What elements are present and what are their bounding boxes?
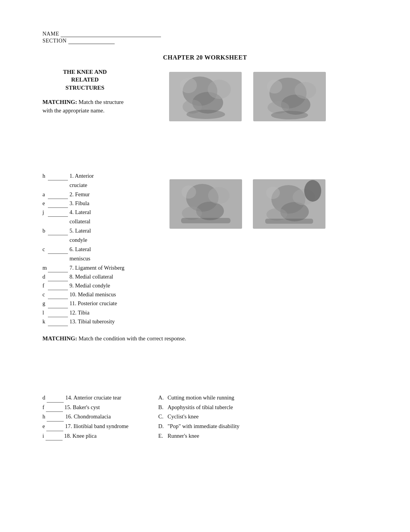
svg-point-13 (267, 80, 282, 93)
list-item: E. Runner's knee (158, 431, 368, 441)
resp-text: Apophysitis of tibial tubercle (168, 403, 233, 412)
resp-letter: B. (158, 403, 166, 412)
left-column: THE KNEE AND RELATED STRUCTURES MATCHING… (42, 68, 127, 115)
list-item: b 5. Lateral (42, 226, 127, 235)
cond-letter: h (42, 412, 45, 422)
resp-letter: E. (158, 431, 166, 441)
cond-text: 15. Baker's cyst (64, 403, 100, 412)
middle-images (127, 172, 368, 229)
section-label: SECTION (42, 38, 67, 44)
list-item: h 1. Anterior (42, 172, 127, 180)
middle-section: h 1. Anterior cruciate a 2. Femur e 3. F… (42, 172, 368, 326)
section-line: SECTION (42, 38, 368, 44)
name-line: NAME (42, 31, 368, 37)
knee-svg-1 (169, 72, 242, 121)
svg-point-17 (182, 207, 202, 220)
resp-text: Cutting motion while running (168, 393, 234, 403)
resp-text: Runner's knee (168, 431, 199, 441)
knee-svg-3 (169, 179, 242, 229)
svg-point-28 (304, 180, 321, 202)
cond-letter: i (42, 431, 44, 441)
list-item: f 9. Medial condyle (42, 281, 127, 290)
matching-desc: MATCHING: Match the structure with the a… (42, 98, 127, 115)
resp-letter: C. (158, 412, 166, 422)
list-item: l 12. Tibia (42, 308, 127, 317)
list-item: C. Cyclist's knee (158, 412, 368, 422)
name-label: NAME (42, 31, 59, 37)
cond-text: 17. Iliotibial band syndrome (65, 422, 128, 431)
top-images (127, 68, 368, 121)
knee-svg-2 (253, 72, 326, 121)
matching2-label: MATCHING: (42, 335, 77, 342)
cond-letter: e (42, 422, 45, 431)
list-item: h 16. Chondromalacia (42, 412, 143, 422)
page: NAME SECTION CHAPTER 20 WORKSHEET THE KN… (0, 0, 410, 532)
list-item-continuation: collateral (42, 217, 127, 226)
name-underline (61, 31, 161, 37)
svg-point-12 (271, 111, 308, 119)
resp-text: "Pop" with immediate disability (168, 422, 239, 431)
svg-point-5 (186, 110, 225, 119)
conditions-column: d 14. Anterior cruciate tear f 15. Baker… (42, 393, 143, 440)
list-item-continuation: condyle (42, 235, 127, 245)
list-item: A. Cutting motion while running (158, 393, 368, 403)
list-item: g 11. Posterior cruciate (42, 299, 127, 308)
resp-letter: A. (158, 393, 166, 403)
svg-point-4 (208, 80, 231, 99)
list-item: e 3. Fibula (42, 199, 127, 208)
section-title: THE KNEE AND RELATED STRUCTURES (42, 68, 127, 92)
svg-rect-26 (265, 219, 313, 224)
svg-point-27 (266, 187, 280, 199)
svg-point-20 (181, 185, 196, 199)
chapter-title: CHAPTER 20 WORKSHEET (42, 54, 368, 61)
big-spacer (42, 347, 368, 390)
svg-rect-19 (181, 218, 230, 223)
knee-image-1 (169, 72, 242, 121)
list-item: m 7. Ligament of Wrisberg (42, 263, 127, 272)
matching2-heading-area: MATCHING: Match the condition with the c… (42, 335, 368, 342)
cond-text: 18. Knee plica (64, 431, 97, 441)
conditions-section: d 14. Anterior cruciate tear f 15. Baker… (42, 393, 368, 440)
resp-text: Cyclist's knee (168, 412, 198, 422)
cond-letter: d (42, 393, 45, 403)
cond-text: 16. Chondromalacia (65, 412, 111, 422)
svg-point-6 (180, 78, 197, 93)
knee-svg-4 (253, 179, 325, 229)
knee-image-2 (253, 72, 326, 121)
section-underline (68, 38, 115, 44)
list-item-continuation: meniscus (42, 254, 127, 263)
knee-image-3 (169, 179, 242, 229)
cond-text: 14. Anterior cruciate tear (65, 393, 121, 403)
svg-point-18 (208, 187, 230, 204)
matching2-description: Match the condition with the correct res… (78, 335, 186, 342)
list-item: k 13. Tibial tuberosity (42, 317, 127, 326)
list-item: d 8. Medial collateral (42, 272, 127, 281)
answers-column: h 1. Anterior cruciate a 2. Femur e 3. F… (42, 172, 127, 326)
knee-image-4 (253, 179, 325, 229)
list-item-continuation: cruciate (42, 180, 127, 190)
list-item: a 2. Femur (42, 190, 127, 199)
cond-letter: f (42, 403, 44, 412)
list-item: d 14. Anterior cruciate tear (42, 393, 143, 403)
svg-point-11 (295, 82, 316, 99)
list-item: f 15. Baker's cyst (42, 403, 143, 412)
responses-column: A. Cutting motion while running B. Apoph… (158, 393, 368, 440)
matching-heading: MATCHING: (42, 99, 77, 105)
top-section: THE KNEE AND RELATED STRUCTURES MATCHING… (42, 68, 368, 121)
list-item: c 6. Lateral (42, 245, 127, 254)
list-item: B. Apophysitis of tibial tubercle (158, 403, 368, 412)
list-item: e 17. Iliotibial band syndrome (42, 422, 143, 431)
name-section-area: NAME SECTION (42, 31, 368, 45)
resp-letter: D. (158, 422, 166, 431)
list-item: j 4. Lateral (42, 208, 127, 217)
list-item: i 18. Knee plica (42, 431, 143, 441)
list-item: D. "Pop" with immediate disability (158, 422, 368, 431)
list-item: c 10. Medial meniscus (42, 290, 127, 299)
